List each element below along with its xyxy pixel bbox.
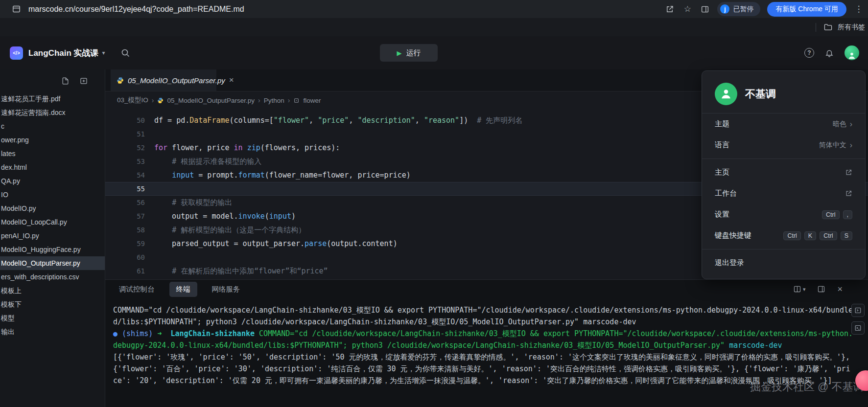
close-panel-icon[interactable]: ×	[837, 284, 843, 294]
tab-overview-icon[interactable]	[11, 4, 22, 15]
juejin-extension-icon: j	[720, 4, 729, 14]
terminal-header: 调试控制台终端网络服务 ▾ ×	[105, 280, 868, 298]
user-avatar[interactable]	[845, 45, 859, 60]
breadcrumb-separator: ›	[152, 96, 154, 104]
keyboard-shortcut-key: S	[841, 231, 852, 240]
address-bar[interactable]: marscode.cn/course/9erl12yejee4qj?code_p…	[28, 5, 244, 14]
bookmark-star-icon[interactable]: ☆	[682, 4, 693, 15]
file-list: 速鲜花员工手册.pdf速鲜花运营指南.docxcower.pnglatesdex…	[0, 92, 105, 339]
file-item[interactable]: ModelIO.py	[0, 202, 105, 215]
keyboard-shortcut-key: K	[804, 231, 816, 240]
file-item[interactable]: lates	[0, 147, 105, 160]
python-icon	[157, 97, 164, 104]
explorer-actions	[0, 69, 105, 92]
file-item[interactable]: 速鲜花运营指南.docx	[0, 106, 105, 119]
keyboard-shortcut-key: Ctrl	[822, 210, 839, 219]
open-terminal-icon[interactable]	[851, 321, 865, 335]
file-item[interactable]: ers_with_descriptions.csv	[0, 270, 105, 284]
search-icon[interactable]	[120, 47, 131, 58]
file-item[interactable]: 模型	[0, 311, 105, 325]
chevron-right-icon: ›	[850, 120, 852, 129]
bookmarks-separator	[816, 23, 816, 32]
username: 不基调	[745, 87, 776, 101]
terminal-panel: 调试控制台终端网络服务 ▾ × COMMAND="cd /cloudide/wo…	[105, 279, 868, 407]
terminal-output: COMMAND="cd /cloudide/workspace/LangChai…	[105, 298, 868, 386]
menu-item[interactable]: 设置Ctrl,	[702, 204, 865, 225]
terminal-tabs: 调试控制台终端网络服务	[119, 282, 240, 297]
help-icon[interactable]: ?	[804, 48, 814, 58]
user-menu-header: 不基调	[702, 71, 865, 113]
file-item[interactable]: 输出	[0, 325, 105, 339]
ide-header: </> LangChain 实战课 ▾ ▶ 运行 ?	[0, 36, 868, 69]
menu-item[interactable]: 主题暗色›	[702, 113, 865, 135]
bookmarks-folder-icon	[822, 22, 833, 33]
run-button[interactable]: ▶ 运行	[380, 44, 438, 62]
file-item[interactable]: 模板上	[0, 284, 105, 297]
breadcrumb-separator: ›	[258, 96, 260, 104]
file-item[interactable]: ModelIO_OutputParser.py	[0, 256, 105, 270]
user-menu-items: 主题暗色›语言简体中文›主页工作台设置Ctrl,键盘快捷键CtrlKCtrlS退…	[702, 113, 865, 273]
new-folder-icon[interactable]	[79, 77, 88, 85]
file-item[interactable]: c	[0, 119, 105, 133]
keyboard-shortcut-key: Ctrl	[820, 231, 837, 240]
extension-paused-badge[interactable]: j 已暂停	[717, 2, 760, 16]
chevron-down-icon: ▾	[803, 286, 806, 293]
paused-badge-label: 已暂停	[733, 5, 753, 14]
app-logo-icon[interactable]: </>	[10, 46, 23, 60]
external-link-icon	[845, 190, 852, 197]
menu-item[interactable]: 语言简体中文›	[702, 135, 865, 156]
close-tab-icon[interactable]: ×	[229, 75, 234, 85]
file-item[interactable]: dex.html	[0, 160, 105, 174]
all-bookmarks-label[interactable]: 所有书签	[838, 23, 865, 32]
breadcrumb-folder[interactable]: 03_模型IO	[117, 96, 148, 105]
file-item[interactable]: ower.png	[0, 133, 105, 147]
file-item[interactable]: 模板下	[0, 297, 105, 311]
menu-item[interactable]: 键盘快捷键CtrlKCtrlS	[702, 225, 865, 246]
terminal-tab[interactable]: 调试控制台	[119, 285, 155, 294]
file-explorer: 速鲜花员工手册.pdf速鲜花运营指南.docxcower.pnglatesdex…	[0, 69, 105, 407]
breadcrumb-file[interactable]: 05_ModelIO_OutputParser.py	[167, 97, 255, 104]
chevron-down-icon[interactable]: ▾	[102, 49, 105, 56]
file-item[interactable]: 速鲜花员工手册.pdf	[0, 92, 105, 106]
breadcrumb-language[interactable]: Python	[264, 97, 284, 104]
divider	[702, 158, 865, 159]
terminal-tab[interactable]: 终端	[169, 282, 197, 297]
notifications-bell-icon[interactable]	[824, 47, 835, 58]
menu-item[interactable]: 工作台	[702, 183, 865, 204]
share-icon[interactable]	[664, 4, 675, 15]
user-menu: 不基调 主题暗色›语言简体中文›主页工作台设置Ctrl,键盘快捷键CtrlKCt…	[702, 70, 866, 279]
symbol-icon	[293, 97, 300, 104]
course-title: LangChain 实战课	[28, 47, 99, 59]
breadcrumb-symbol[interactable]: flower	[303, 97, 321, 104]
run-button-label: 运行	[406, 48, 421, 58]
chevron-right-icon: ›	[850, 141, 852, 150]
file-item[interactable]: penAI_IO.py	[0, 229, 105, 243]
user-avatar-large	[715, 83, 737, 105]
split-terminal-icon[interactable]: ▾	[793, 285, 806, 294]
browser-toolbar: marscode.cn/course/9erl12yejee4qj?code_p…	[0, 0, 868, 18]
editor-tab[interactable]: 05_ModelIO_OutputParser.py ×	[111, 69, 216, 91]
menu-item[interactable]: 退出登录	[702, 252, 865, 273]
keyboard-shortcut-key: ,	[843, 210, 852, 219]
keyboard-shortcut-key: Ctrl	[783, 231, 800, 240]
file-item[interactable]: IO	[0, 188, 105, 202]
panel-layout-icon[interactable]	[817, 285, 825, 294]
terminal-tab[interactable]: 网络服务	[212, 285, 240, 294]
terminal-line: [{'flower': '玫瑰', 'price': '50', 'descri…	[113, 351, 853, 386]
terminal-line: ● (shims) ➜ LangChain-shizhanke COMMAND=…	[113, 328, 853, 351]
editor-tab-title: 05_ModelIO_OutputParser.py	[128, 76, 225, 85]
play-icon: ▶	[397, 49, 402, 57]
run-in-terminal-icon[interactable]	[851, 304, 865, 317]
menu-item[interactable]: 主页	[702, 162, 865, 183]
browser-menu-icon[interactable]: ⋮	[853, 4, 864, 15]
breadcrumb-separator: ›	[288, 96, 290, 104]
divider	[702, 249, 865, 249]
chrome-update-button[interactable]: 有新版 Chrome 可用	[767, 2, 846, 17]
external-link-icon	[845, 169, 852, 176]
side-panel-icon[interactable]	[700, 4, 710, 15]
file-item[interactable]: ModelIO_HuggingFace.py	[0, 243, 105, 256]
python-file-icon	[117, 77, 124, 84]
new-file-icon[interactable]	[61, 77, 70, 85]
file-item[interactable]: QA.py	[0, 174, 105, 188]
file-item[interactable]: ModelIO_LoopCall.py	[0, 215, 105, 229]
